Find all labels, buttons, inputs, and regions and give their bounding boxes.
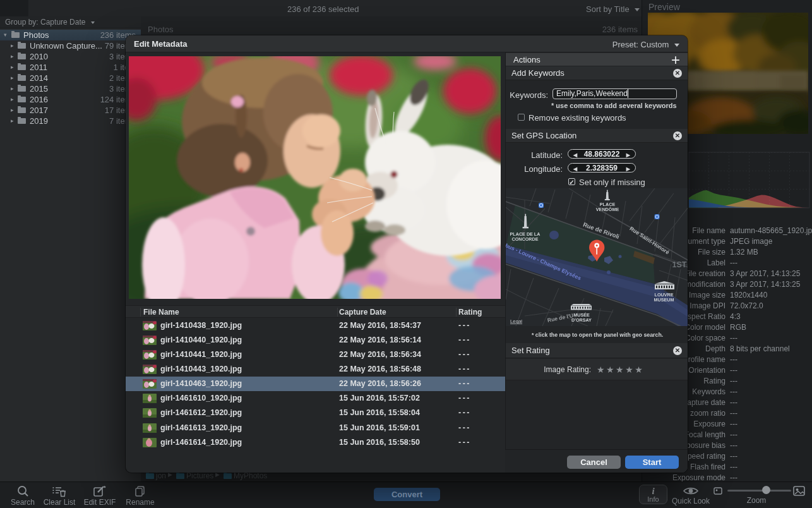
svg-text:MUSEUM: MUSEUM bbox=[654, 297, 674, 303]
svg-text:CONCORDE: CONCORDE bbox=[512, 236, 539, 242]
svg-text:Legal: Legal bbox=[510, 318, 522, 324]
svg-text:VENDÔME: VENDÔME bbox=[596, 207, 619, 212]
svg-text:1ST: 1ST bbox=[672, 260, 687, 269]
svg-text:D'ORSAY: D'ORSAY bbox=[571, 317, 592, 323]
